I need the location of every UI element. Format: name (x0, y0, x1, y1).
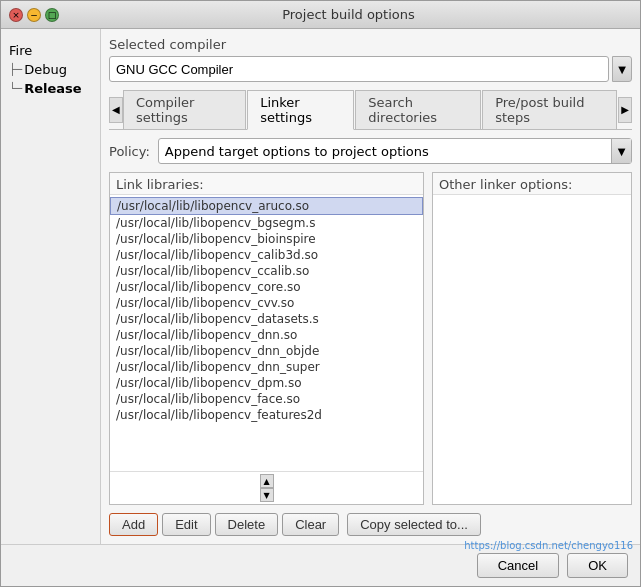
policy-value: Append target options to project options (159, 144, 611, 159)
main-content-area: Fire ├─ Debug └─ Release Selected compil… (1, 29, 640, 544)
tab-linker-settings[interactable]: Linker settings (247, 90, 354, 130)
policy-row: Policy: Append target options to project… (109, 138, 632, 164)
action-buttons-row: Add Edit Delete Clear Copy selected to..… (109, 513, 632, 536)
scroll-up-btn[interactable]: ▲ (260, 474, 274, 488)
sidebar: Fire ├─ Debug └─ Release (1, 29, 101, 544)
maximize-icon: □ (48, 10, 57, 20)
tab-compiler-settings[interactable]: Compiler settings (123, 90, 246, 129)
tab-scroll-right[interactable]: ▶ (618, 97, 632, 123)
policy-select-wrap[interactable]: Append target options to project options… (158, 138, 632, 164)
tab-search-directories[interactable]: Search directories (355, 90, 481, 129)
columns-area: Link libraries: /usr/local/lib/libopencv… (109, 172, 632, 505)
lib-item[interactable]: /usr/local/lib/libopencv_calib3d.so (110, 247, 423, 263)
lib-item[interactable]: /usr/local/lib/libopencv_dpm.so (110, 375, 423, 391)
lib-item[interactable]: /usr/local/lib/libopencv_datasets.s (110, 311, 423, 327)
lib-item[interactable]: /usr/local/lib/libopencv_face.so (110, 391, 423, 407)
policy-label: Policy: (109, 144, 150, 159)
window-title: Project build options (65, 7, 632, 22)
debug-label: Debug (24, 62, 67, 77)
close-icon: × (12, 10, 20, 20)
main-window: × − □ Project build options Fire ├─ Debu… (0, 0, 641, 587)
tabs-bar: ◀ Compiler settings Linker settings Sear… (109, 90, 632, 130)
compiler-select[interactable]: GNU GCC Compiler (109, 56, 609, 82)
link-libraries-panel: Link libraries: /usr/local/lib/libopencv… (109, 172, 424, 505)
lib-item[interactable]: /usr/local/lib/libopencv_bgsegm.s (110, 215, 423, 231)
clear-button[interactable]: Clear (282, 513, 339, 536)
release-label: Release (24, 81, 81, 96)
add-button[interactable]: Add (109, 513, 158, 536)
footer-bar: https://blog.csdn.net/chengyo116 Cancel … (1, 544, 640, 586)
tree-branch-icon-2: └─ (9, 82, 22, 95)
window-controls: × − □ (9, 8, 59, 22)
lib-list-inner: /usr/local/lib/libopencv_aruco.so/usr/lo… (110, 195, 423, 425)
compiler-section: Selected compiler GNU GCC Compiler ▼ (109, 37, 632, 82)
tab-scroll-left[interactable]: ◀ (109, 97, 123, 123)
compiler-dropdown-arrow[interactable]: ▼ (612, 56, 632, 82)
edit-button[interactable]: Edit (162, 513, 210, 536)
compiler-label: Selected compiler (109, 37, 632, 52)
scroll-down-btn[interactable]: ▼ (260, 488, 274, 502)
lib-list-scrollbar[interactable]: ▲ ▼ (110, 471, 423, 504)
fire-label: Fire (9, 43, 32, 58)
lib-item[interactable]: /usr/local/lib/libopencv_bioinspire (110, 231, 423, 247)
ok-button[interactable]: OK (567, 553, 628, 578)
tab-pre-post-build[interactable]: Pre/post build steps (482, 90, 617, 129)
right-panel: Selected compiler GNU GCC Compiler ▼ ◀ C… (101, 29, 640, 544)
other-linker-panel: Other linker options: (432, 172, 632, 505)
lib-item[interactable]: /usr/local/lib/libopencv_aruco.so (110, 197, 423, 215)
close-button[interactable]: × (9, 8, 23, 22)
copy-selected-button[interactable]: Copy selected to... (347, 513, 481, 536)
policy-dropdown-arrow[interactable]: ▼ (611, 139, 631, 163)
lib-item[interactable]: /usr/local/lib/libopencv_core.so (110, 279, 423, 295)
lib-item[interactable]: /usr/local/lib/libopencv_dnn_super (110, 359, 423, 375)
tree-branch-icon: ├─ (9, 63, 22, 76)
link-libraries-header: Link libraries: (110, 173, 423, 195)
lib-list[interactable]: /usr/local/lib/libopencv_aruco.so/usr/lo… (110, 195, 423, 471)
titlebar: × − □ Project build options (1, 1, 640, 29)
minimize-icon: − (30, 10, 38, 20)
other-linker-header: Other linker options: (433, 173, 631, 195)
sidebar-item-debug[interactable]: ├─ Debug (1, 60, 100, 79)
lib-item[interactable]: /usr/local/lib/libopencv_features2d (110, 407, 423, 423)
lib-item[interactable]: /usr/local/lib/libopencv_cvv.so (110, 295, 423, 311)
sidebar-item-release[interactable]: └─ Release (1, 79, 100, 98)
minimize-button[interactable]: − (27, 8, 41, 22)
lib-item[interactable]: /usr/local/lib/libopencv_dnn_objde (110, 343, 423, 359)
lib-item[interactable]: /usr/local/lib/libopencv_ccalib.so (110, 263, 423, 279)
lib-item[interactable]: /usr/local/lib/libopencv_dnn.so (110, 327, 423, 343)
maximize-button[interactable]: □ (45, 8, 59, 22)
sidebar-item-fire[interactable]: Fire (1, 41, 100, 60)
compiler-select-wrap: GNU GCC Compiler ▼ (109, 56, 632, 82)
build-tree: Fire ├─ Debug └─ Release (1, 37, 100, 102)
delete-button[interactable]: Delete (215, 513, 279, 536)
cancel-button[interactable]: Cancel (477, 553, 559, 578)
